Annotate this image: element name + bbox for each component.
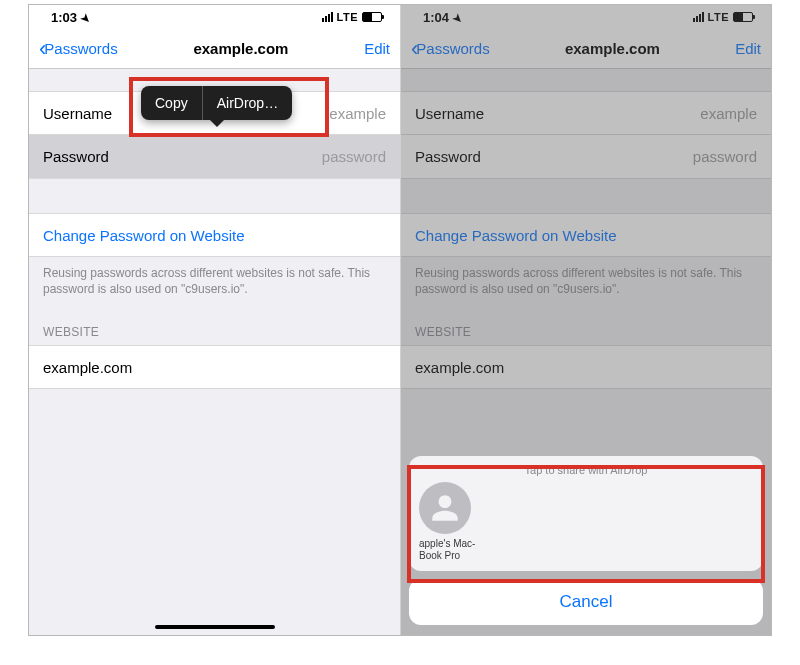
phone-left: 1:03➤ LTE ‹ Passwords example.com Edit U…	[29, 5, 400, 635]
battery-icon	[362, 12, 382, 22]
password-label: Password	[43, 148, 109, 165]
change-password-link[interactable]: Change Password on Website	[29, 213, 400, 257]
airdrop-card: Tap to share with AirDrop apple's Mac-Bo…	[409, 456, 763, 571]
website-section-header: WEBSITE	[29, 311, 400, 345]
status-bar: 1:03➤ LTE	[29, 5, 400, 29]
nav-bar: ‹ Passwords example.com Edit	[29, 29, 400, 69]
page-title: example.com	[193, 40, 288, 57]
password-value: password	[322, 148, 386, 165]
airdrop-sheet: Tap to share with AirDrop apple's Mac-Bo…	[409, 456, 763, 625]
carrier-label: LTE	[337, 11, 358, 23]
edit-button[interactable]: Edit	[364, 40, 390, 57]
back-label: Passwords	[44, 40, 117, 57]
website-value: example.com	[43, 359, 132, 376]
location-icon: ➤	[78, 10, 94, 26]
copy-menu-item[interactable]: Copy	[141, 86, 202, 120]
home-indicator[interactable]	[155, 625, 275, 629]
username-value: example	[329, 105, 386, 122]
status-right: LTE	[322, 11, 382, 23]
username-label: Username	[43, 105, 112, 122]
website-row[interactable]: example.com	[29, 345, 400, 389]
phone-right: 1:04➤ LTE ‹ Passwords example.com Edit U…	[400, 5, 771, 635]
signal-icon	[322, 12, 333, 22]
comparison-frame: 1:03➤ LTE ‹ Passwords example.com Edit U…	[28, 4, 772, 636]
airdrop-title: Tap to share with AirDrop	[419, 464, 753, 482]
password-row[interactable]: Password password	[29, 135, 400, 179]
contact-name: apple's Mac-Book Pro	[419, 538, 491, 561]
back-button[interactable]: ‹ Passwords	[39, 38, 118, 60]
avatar-icon	[419, 482, 471, 534]
cancel-button[interactable]: Cancel	[409, 579, 763, 625]
context-menu: Copy AirDrop…	[141, 86, 292, 120]
reuse-warning: Reusing passwords across different websi…	[29, 257, 400, 311]
status-time: 1:03➤	[51, 10, 90, 25]
airdrop-contact[interactable]: apple's Mac-Book Pro	[419, 482, 491, 561]
airdrop-menu-item[interactable]: AirDrop…	[203, 86, 292, 120]
